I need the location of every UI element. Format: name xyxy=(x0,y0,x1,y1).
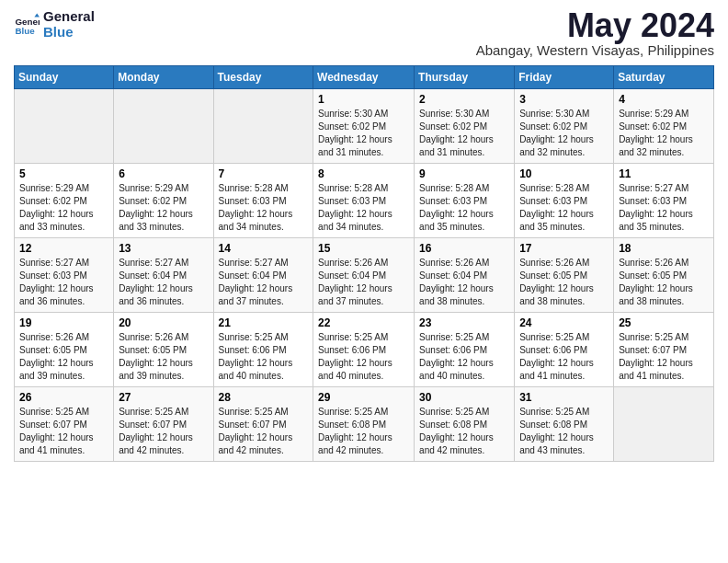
day-number: 22 xyxy=(318,316,409,329)
day-number: 5 xyxy=(19,167,108,180)
day-info: Sunrise: 5:25 AMSunset: 6:06 PMDaylight:… xyxy=(219,331,309,383)
day-number: 28 xyxy=(219,391,309,404)
calendar-day-cell: 28Sunrise: 5:25 AMSunset: 6:07 PMDayligh… xyxy=(213,387,313,462)
calendar-week-row: 19Sunrise: 5:26 AMSunset: 6:05 PMDayligh… xyxy=(15,313,714,387)
day-info: Sunrise: 5:25 AMSunset: 6:08 PMDaylight:… xyxy=(519,406,609,457)
day-info: Sunrise: 5:30 AMSunset: 6:02 PMDaylight:… xyxy=(318,108,409,159)
day-info: Sunrise: 5:29 AMSunset: 6:02 PMDaylight:… xyxy=(19,182,108,234)
calendar-week-row: 5Sunrise: 5:29 AMSunset: 6:02 PMDaylight… xyxy=(15,164,714,238)
day-info: Sunrise: 5:30 AMSunset: 6:02 PMDaylight:… xyxy=(519,108,609,159)
day-info: Sunrise: 5:26 AMSunset: 6:05 PMDaylight:… xyxy=(19,331,108,383)
day-number: 18 xyxy=(619,242,709,255)
day-number: 3 xyxy=(519,93,609,106)
calendar-day-cell: 8Sunrise: 5:28 AMSunset: 6:03 PMDaylight… xyxy=(313,164,415,238)
day-info: Sunrise: 5:25 AMSunset: 6:07 PMDaylight:… xyxy=(619,331,709,383)
day-info: Sunrise: 5:27 AMSunset: 6:04 PMDaylight:… xyxy=(119,257,208,308)
calendar-day-cell: 21Sunrise: 5:25 AMSunset: 6:06 PMDayligh… xyxy=(213,313,313,387)
calendar-day-cell: 23Sunrise: 5:25 AMSunset: 6:06 PMDayligh… xyxy=(415,313,515,387)
day-info: Sunrise: 5:27 AMSunset: 6:04 PMDaylight:… xyxy=(219,257,309,308)
calendar-week-row: 26Sunrise: 5:25 AMSunset: 6:07 PMDayligh… xyxy=(15,387,714,462)
day-number: 2 xyxy=(419,93,509,106)
day-info: Sunrise: 5:29 AMSunset: 6:02 PMDaylight:… xyxy=(119,182,208,234)
calendar-day-cell xyxy=(15,89,114,164)
calendar-day-cell: 7Sunrise: 5:28 AMSunset: 6:03 PMDaylight… xyxy=(213,164,313,238)
day-info: Sunrise: 5:25 AMSunset: 6:06 PMDaylight:… xyxy=(318,331,409,383)
calendar-day-cell: 3Sunrise: 5:30 AMSunset: 6:02 PMDaylight… xyxy=(515,89,614,164)
weekday-header: Saturday xyxy=(614,66,714,89)
day-number: 8 xyxy=(318,167,409,180)
calendar-day-cell: 31Sunrise: 5:25 AMSunset: 6:08 PMDayligh… xyxy=(515,387,614,462)
day-info: Sunrise: 5:27 AMSunset: 6:03 PMDaylight:… xyxy=(619,182,709,234)
calendar-day-cell: 6Sunrise: 5:29 AMSunset: 6:02 PMDaylight… xyxy=(114,164,213,238)
logo-line1: General xyxy=(43,9,95,25)
day-number: 31 xyxy=(519,391,609,404)
day-info: Sunrise: 5:28 AMSunset: 6:03 PMDaylight:… xyxy=(219,182,309,234)
day-info: Sunrise: 5:28 AMSunset: 6:03 PMDaylight:… xyxy=(318,182,409,234)
calendar-day-cell: 24Sunrise: 5:25 AMSunset: 6:06 PMDayligh… xyxy=(515,313,614,387)
day-number: 16 xyxy=(419,242,509,255)
day-info: Sunrise: 5:26 AMSunset: 6:05 PMDaylight:… xyxy=(119,331,208,383)
day-number: 4 xyxy=(619,93,709,106)
weekday-header: Monday xyxy=(114,66,213,89)
day-info: Sunrise: 5:26 AMSunset: 6:05 PMDaylight:… xyxy=(619,257,709,308)
day-info: Sunrise: 5:27 AMSunset: 6:03 PMDaylight:… xyxy=(19,257,108,308)
calendar-day-cell: 30Sunrise: 5:25 AMSunset: 6:08 PMDayligh… xyxy=(415,387,515,462)
day-number: 9 xyxy=(419,167,509,180)
day-info: Sunrise: 5:30 AMSunset: 6:02 PMDaylight:… xyxy=(419,108,509,159)
calendar-table: SundayMondayTuesdayWednesdayThursdayFrid… xyxy=(14,65,714,462)
day-number: 23 xyxy=(419,316,509,329)
calendar-week-row: 12Sunrise: 5:27 AMSunset: 6:03 PMDayligh… xyxy=(15,238,714,313)
subtitle: Abangay, Western Visayas, Philippines xyxy=(476,42,714,58)
day-number: 11 xyxy=(619,167,709,180)
logo: General Blue General Blue xyxy=(14,9,95,40)
calendar-day-cell: 1Sunrise: 5:30 AMSunset: 6:02 PMDaylight… xyxy=(313,89,415,164)
day-number: 29 xyxy=(318,391,409,404)
calendar-day-cell xyxy=(614,387,714,462)
day-number: 12 xyxy=(19,242,108,255)
calendar-week-row: 1Sunrise: 5:30 AMSunset: 6:02 PMDaylight… xyxy=(15,89,714,164)
weekday-header: Tuesday xyxy=(213,66,313,89)
day-number: 20 xyxy=(119,316,208,329)
day-number: 1 xyxy=(318,93,409,106)
calendar-day-cell: 27Sunrise: 5:25 AMSunset: 6:07 PMDayligh… xyxy=(114,387,213,462)
calendar-day-cell: 17Sunrise: 5:26 AMSunset: 6:05 PMDayligh… xyxy=(515,238,614,313)
page-header: General Blue General Blue May 2024 Abang… xyxy=(14,9,714,58)
calendar-header-row: SundayMondayTuesdayWednesdayThursdayFrid… xyxy=(15,66,714,89)
day-info: Sunrise: 5:25 AMSunset: 6:06 PMDaylight:… xyxy=(419,331,509,383)
day-number: 13 xyxy=(119,242,208,255)
calendar-day-cell: 18Sunrise: 5:26 AMSunset: 6:05 PMDayligh… xyxy=(614,238,714,313)
day-number: 21 xyxy=(219,316,309,329)
day-info: Sunrise: 5:25 AMSunset: 6:07 PMDaylight:… xyxy=(19,406,108,457)
day-info: Sunrise: 5:25 AMSunset: 6:08 PMDaylight:… xyxy=(419,406,509,457)
calendar-day-cell: 19Sunrise: 5:26 AMSunset: 6:05 PMDayligh… xyxy=(15,313,114,387)
day-number: 17 xyxy=(519,242,609,255)
calendar-day-cell: 22Sunrise: 5:25 AMSunset: 6:06 PMDayligh… xyxy=(313,313,415,387)
day-info: Sunrise: 5:28 AMSunset: 6:03 PMDaylight:… xyxy=(519,182,609,234)
calendar-day-cell: 12Sunrise: 5:27 AMSunset: 6:03 PMDayligh… xyxy=(15,238,114,313)
day-info: Sunrise: 5:29 AMSunset: 6:02 PMDaylight:… xyxy=(619,108,709,159)
day-info: Sunrise: 5:26 AMSunset: 6:04 PMDaylight:… xyxy=(419,257,509,308)
weekday-header: Thursday xyxy=(415,66,515,89)
calendar-day-cell: 25Sunrise: 5:25 AMSunset: 6:07 PMDayligh… xyxy=(614,313,714,387)
calendar-day-cell xyxy=(213,89,313,164)
calendar-day-cell: 4Sunrise: 5:29 AMSunset: 6:02 PMDaylight… xyxy=(614,89,714,164)
weekday-header: Friday xyxy=(515,66,614,89)
calendar-day-cell: 2Sunrise: 5:30 AMSunset: 6:02 PMDaylight… xyxy=(415,89,515,164)
day-info: Sunrise: 5:25 AMSunset: 6:07 PMDaylight:… xyxy=(119,406,208,457)
day-info: Sunrise: 5:25 AMSunset: 6:08 PMDaylight:… xyxy=(318,406,409,457)
day-info: Sunrise: 5:26 AMSunset: 6:05 PMDaylight:… xyxy=(519,257,609,308)
calendar-day-cell: 26Sunrise: 5:25 AMSunset: 6:07 PMDayligh… xyxy=(15,387,114,462)
calendar-day-cell xyxy=(114,89,213,164)
calendar-day-cell: 14Sunrise: 5:27 AMSunset: 6:04 PMDayligh… xyxy=(213,238,313,313)
day-number: 7 xyxy=(219,167,309,180)
day-number: 19 xyxy=(19,316,108,329)
day-number: 24 xyxy=(519,316,609,329)
day-info: Sunrise: 5:25 AMSunset: 6:06 PMDaylight:… xyxy=(519,331,609,383)
weekday-header: Sunday xyxy=(15,66,114,89)
calendar-day-cell: 15Sunrise: 5:26 AMSunset: 6:04 PMDayligh… xyxy=(313,238,415,313)
day-info: Sunrise: 5:25 AMSunset: 6:07 PMDaylight:… xyxy=(219,406,309,457)
logo-icon: General Blue xyxy=(14,12,40,38)
logo-line2: Blue xyxy=(43,25,95,40)
day-number: 15 xyxy=(318,242,409,255)
calendar-day-cell: 9Sunrise: 5:28 AMSunset: 6:03 PMDaylight… xyxy=(415,164,515,238)
